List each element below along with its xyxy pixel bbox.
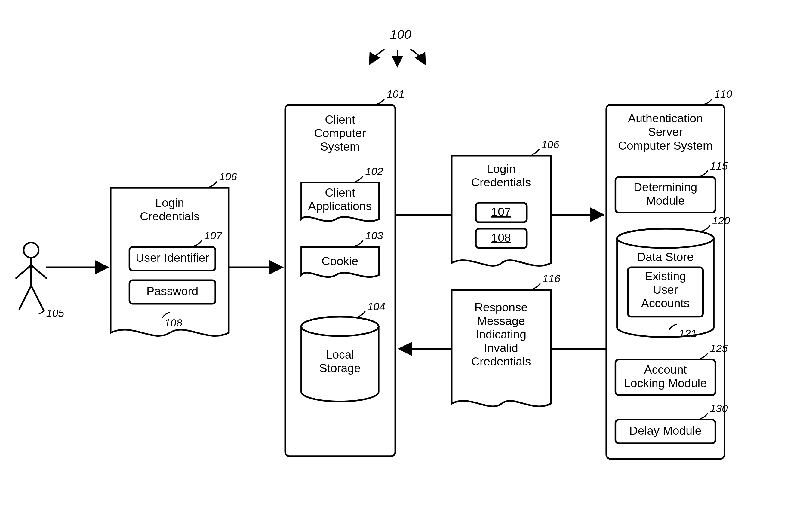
svg-text:100: 100: [390, 27, 411, 42]
delay-module-label: Delay Module: [629, 424, 701, 437]
data-store-label: Data Store: [637, 250, 694, 263]
login-credentials-left-ref: 106: [219, 171, 237, 183]
user-ref: 105: [46, 307, 64, 319]
svg-text:107: 107: [491, 205, 511, 218]
user-identifier-ref: 107: [204, 230, 222, 242]
diagram: 105 LoginCredentials User Identifier Pas…: [0, 0, 812, 526]
client-applications-ref: 102: [365, 165, 383, 177]
password-ref: 108: [164, 317, 182, 329]
svg-rect-12: [285, 105, 395, 456]
login-credentials-right-uid-ref: 107: [491, 205, 511, 218]
login-credentials-right-pwd-ref: 108: [491, 231, 511, 244]
svg-line-2: [16, 265, 31, 278]
cookie-label: Cookie: [321, 254, 358, 268]
auth-server: AuthenticationServerComputer System 110 …: [606, 88, 732, 459]
delay-module-ref: 130: [710, 403, 728, 415]
svg-text:ResponseMessageIndicatingInval: ResponseMessageIndicatingInvalidCredenti…: [471, 301, 531, 368]
svg-text:108: 108: [491, 231, 511, 244]
user-icon: [16, 243, 46, 309]
local-storage-ref: 104: [367, 301, 385, 313]
client-system-ref: 101: [387, 88, 405, 100]
svg-text:User Identifier: User Identifier: [136, 251, 209, 264]
figure-ref: 100: [369, 27, 425, 67]
svg-line-4: [19, 286, 31, 309]
svg-text:Password: Password: [146, 284, 198, 298]
login-credentials-right: LoginCredentials 107 108 106: [452, 138, 560, 266]
svg-point-0: [24, 243, 39, 258]
client-computer-system: ClientComputerSystem ClientApplications …: [285, 88, 405, 456]
auth-server-ref: 110: [714, 88, 732, 100]
login-credentials-right-ref: 106: [541, 138, 560, 151]
svg-line-5: [31, 286, 43, 309]
data-store-ref: 120: [712, 215, 730, 227]
svg-text:Delay Module: Delay Module: [629, 424, 701, 437]
svg-text:105: 105: [46, 307, 64, 319]
svg-line-3: [31, 265, 46, 278]
account-locking-module-ref: 125: [710, 342, 728, 355]
user-identifier-label: User Identifier: [136, 251, 209, 264]
svg-text:Cookie: Cookie: [321, 254, 358, 268]
response-message-label: ResponseMessageIndicatingInvalidCredenti…: [471, 301, 531, 368]
svg-text:Data Store: Data Store: [637, 250, 694, 263]
password-label: Password: [146, 284, 198, 298]
existing-accounts-ref: 121: [679, 327, 697, 339]
cookie-ref: 103: [365, 230, 383, 242]
login-credentials-left: LoginCredentials User Identifier Passwor…: [111, 171, 237, 336]
response-message: ResponseMessageIndicatingInvalidCredenti…: [452, 273, 560, 406]
response-message-ref: 116: [542, 273, 561, 285]
determining-module-ref: 115: [710, 160, 728, 172]
